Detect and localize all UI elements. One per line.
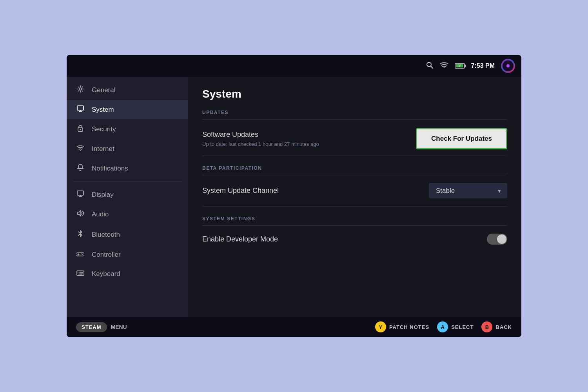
b-button-label: B bbox=[485, 324, 489, 330]
y-button: Y bbox=[375, 321, 386, 332]
beta-section: BETA PARTICIPATION System Update Channel… bbox=[202, 165, 507, 207]
sidebar-item-controller-label: Controller bbox=[92, 251, 121, 259]
system-settings-label: SYSTEM SETTINGS bbox=[202, 216, 507, 225]
update-channel-select[interactable]: Stable Beta Preview bbox=[429, 183, 507, 198]
steam-button[interactable]: STEAM bbox=[76, 322, 107, 332]
audio-icon bbox=[76, 210, 85, 219]
sidebar-item-display[interactable]: Display bbox=[67, 185, 188, 204]
svg-point-9 bbox=[80, 150, 81, 151]
bluetooth-icon bbox=[76, 230, 85, 240]
sidebar-item-general[interactable]: General bbox=[67, 80, 188, 100]
sidebar-item-notifications-label: Notifications bbox=[92, 165, 128, 172]
svg-point-8 bbox=[80, 129, 81, 130]
a-button: A bbox=[437, 321, 448, 332]
sidebar-item-audio[interactable]: Audio bbox=[67, 204, 188, 224]
check-updates-button[interactable]: Check For Updates bbox=[416, 128, 507, 149]
svg-point-2 bbox=[443, 67, 445, 68]
a-button-label: A bbox=[441, 324, 444, 330]
beta-section-label: BETA PARTICIPATION bbox=[202, 165, 507, 175]
svg-line-1 bbox=[431, 66, 433, 68]
sidebar-divider bbox=[73, 181, 182, 182]
steam-label: STEAM bbox=[82, 324, 102, 330]
wifi-icon bbox=[440, 62, 448, 70]
updates-section-label: UPDATES bbox=[202, 110, 507, 119]
back-label: BACK bbox=[495, 324, 512, 330]
menu-label: MENU bbox=[111, 324, 127, 330]
system-settings-section: SYSTEM SETTINGS Enable Developer Mode bbox=[202, 216, 507, 252]
sidebar-item-security[interactable]: Security bbox=[67, 119, 188, 139]
developer-mode-toggle[interactable] bbox=[487, 234, 507, 245]
update-channel-label: System Update Channel bbox=[202, 187, 279, 195]
sidebar: General System bbox=[67, 77, 188, 317]
display-icon bbox=[76, 191, 85, 199]
monitor-icon bbox=[76, 105, 85, 114]
back-button[interactable]: B BACK bbox=[481, 321, 512, 332]
sidebar-item-system[interactable]: System bbox=[67, 100, 188, 119]
bell-icon bbox=[76, 164, 85, 173]
battery-icon: ✓ bbox=[455, 63, 465, 69]
clock: 7:53 PM bbox=[471, 62, 495, 69]
sidebar-item-internet-label: Internet bbox=[92, 145, 114, 153]
sidebar-item-controller[interactable]: Controller bbox=[67, 245, 188, 264]
svg-point-17 bbox=[82, 254, 83, 255]
gear-icon bbox=[76, 85, 85, 94]
sidebar-item-keyboard[interactable]: Keyboard bbox=[67, 264, 188, 283]
page-title: System bbox=[202, 88, 507, 100]
b-button: B bbox=[481, 321, 492, 332]
sidebar-item-notifications[interactable]: Notifications bbox=[67, 158, 188, 178]
controller-icon bbox=[76, 250, 85, 259]
svg-point-16 bbox=[82, 254, 82, 254]
sidebar-item-bluetooth-label: Bluetooth bbox=[92, 231, 120, 239]
svg-marker-13 bbox=[78, 211, 81, 216]
sidebar-item-security-label: Security bbox=[92, 125, 116, 133]
update-channel-select-wrapper: Stable Beta Preview bbox=[429, 183, 507, 198]
main-window: ✓ 7:53 PM General bbox=[67, 55, 521, 337]
sidebar-item-internet[interactable]: Internet bbox=[67, 139, 188, 158]
sidebar-item-bluetooth[interactable]: Bluetooth bbox=[67, 224, 188, 245]
avatar[interactable] bbox=[501, 59, 515, 73]
update-info: Software Updates Up to date: last checke… bbox=[202, 131, 319, 147]
developer-mode-label: Enable Developer Mode bbox=[202, 235, 278, 243]
sidebar-item-keyboard-label: Keyboard bbox=[92, 270, 120, 278]
svg-rect-4 bbox=[77, 106, 83, 110]
lock-icon bbox=[76, 125, 85, 134]
software-updates-status: Up to date: last checked 1 hour and 27 m… bbox=[202, 141, 319, 147]
search-icon[interactable] bbox=[426, 61, 434, 71]
keyboard-icon bbox=[76, 270, 85, 278]
software-updates-title: Software Updates bbox=[202, 131, 319, 139]
channel-row: System Update Channel Stable Beta Previe… bbox=[202, 175, 507, 207]
sidebar-item-system-label: System bbox=[92, 106, 114, 114]
software-updates-row: Software Updates Up to date: last checke… bbox=[202, 120, 507, 156]
bottombar: STEAM MENU Y PATCH NOTES A SELECT B BACK bbox=[67, 317, 521, 337]
sidebar-item-general-label: General bbox=[92, 86, 115, 94]
svg-rect-10 bbox=[77, 191, 83, 195]
y-button-label: Y bbox=[379, 324, 383, 330]
select-label: SELECT bbox=[451, 324, 474, 330]
developer-mode-row: Enable Developer Mode bbox=[202, 226, 507, 252]
sidebar-item-audio-label: Audio bbox=[92, 211, 109, 218]
toggle-knob bbox=[497, 234, 506, 244]
patch-notes-button[interactable]: Y PATCH NOTES bbox=[375, 321, 429, 332]
svg-point-3 bbox=[79, 88, 82, 90]
internet-icon bbox=[76, 145, 85, 153]
topbar: ✓ 7:53 PM bbox=[67, 55, 521, 77]
main-layout: General System bbox=[67, 77, 521, 317]
patch-notes-label: PATCH NOTES bbox=[389, 324, 429, 330]
content-panel: System UPDATES Software Updates Up to da… bbox=[188, 77, 521, 317]
select-button[interactable]: A SELECT bbox=[437, 321, 474, 332]
sidebar-item-display-label: Display bbox=[92, 191, 114, 199]
